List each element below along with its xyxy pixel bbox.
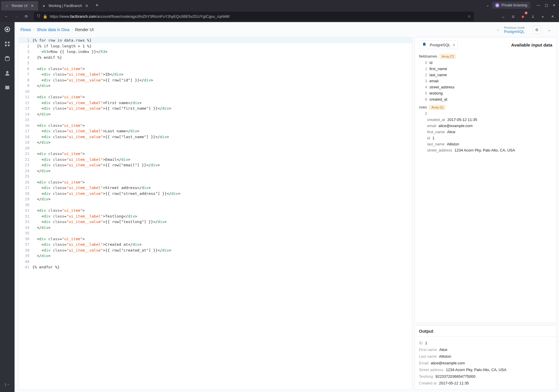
shield-icon[interactable]: ⛉ bbox=[37, 14, 40, 19]
code-line[interactable]: 13 <div class="ui_item__value">{{ row["f… bbox=[19, 106, 412, 111]
code-line[interactable]: 37 <div class="ui_item__label">Created a… bbox=[19, 242, 412, 247]
code-line[interactable]: 38 <div class="ui_item__value">{{ row["c… bbox=[19, 247, 412, 253]
code-line[interactable]: 32 <div class="ui_item__label">Testlong<… bbox=[19, 213, 412, 219]
code-editor[interactable]: 1{% for row in data.rows %}2 {% if loop.… bbox=[19, 37, 412, 390]
lock-icon[interactable]: 🔒 bbox=[43, 14, 47, 19]
tab-close-icon[interactable]: ✕ bbox=[30, 3, 35, 8]
rail-database-icon[interactable] bbox=[3, 54, 12, 63]
previous-node-link[interactable]: Previous node PostgreSQL bbox=[504, 26, 525, 34]
code-line[interactable]: 20 bbox=[19, 145, 412, 151]
code-line[interactable]: 39 </div> bbox=[19, 253, 412, 259]
code-line[interactable]: 25 bbox=[19, 174, 412, 179]
output-value: 2017-05-12 11:35 bbox=[439, 381, 469, 385]
tree-item[interactable]: 6 created_at bbox=[419, 96, 552, 102]
tree-item[interactable]: 0 id bbox=[419, 60, 552, 66]
tree-item[interactable]: last_name Alliston bbox=[419, 141, 552, 147]
code-line[interactable]: 4 {% endif %} bbox=[19, 55, 412, 60]
downloads-icon[interactable]: ⤓ bbox=[529, 12, 537, 20]
code-line[interactable]: 24 </div> bbox=[19, 168, 412, 174]
code-line[interactable]: 8 <div class="ui_item__value">{{ row["id… bbox=[19, 77, 412, 83]
arrow-left-icon[interactable]: ← bbox=[496, 28, 500, 32]
pocket-icon[interactable]: ⌵ bbox=[499, 12, 507, 20]
minimize-icon[interactable]: — bbox=[537, 3, 540, 7]
expand-button[interactable]: ⌄ bbox=[545, 26, 553, 34]
code-line[interactable]: 10 bbox=[19, 89, 412, 95]
back-button[interactable]: ← bbox=[2, 12, 10, 20]
code-line[interactable]: 11 <div class="ui_item"> bbox=[19, 94, 412, 100]
new-tab-button[interactable]: + bbox=[93, 2, 102, 8]
line-content: <div class="ui_item"> bbox=[32, 94, 412, 100]
breadcrumb-parent[interactable]: Show data in Dixa bbox=[37, 27, 70, 32]
browser-tab[interactable]: ○Render UI✕ bbox=[1, 1, 38, 10]
code-line[interactable]: 12 <div class="ui_item__label">First nam… bbox=[19, 100, 412, 106]
tree-item[interactable]: first_name Alice bbox=[419, 129, 552, 135]
code-line[interactable]: 9 </div> bbox=[19, 83, 412, 89]
browser-tab[interactable]: ●Working | FactBranch✕ bbox=[38, 1, 93, 10]
overflow-icon[interactable]: » bbox=[539, 12, 547, 20]
tree-item[interactable]: email alice@example.com bbox=[419, 123, 552, 129]
rail-grid-icon[interactable] bbox=[3, 40, 12, 48]
code-line[interactable]: 26 <div class="ui_item"> bbox=[19, 179, 412, 185]
code-line[interactable]: 7 <div class="ui_item__label">ID</div> bbox=[19, 72, 412, 77]
code-line[interactable]: 17 <div class="ui_item__label">Last name… bbox=[19, 128, 412, 134]
line-content: {% endif %} bbox=[32, 55, 412, 60]
code-line[interactable]: 41{% endfor %} bbox=[19, 264, 412, 270]
code-line[interactable]: 6 <div class="ui_item"> bbox=[19, 66, 412, 72]
input-tree[interactable]: fieldnames Array [7] 0 id1 first_name2 l… bbox=[415, 52, 556, 323]
library-icon[interactable]: ⫼ bbox=[509, 12, 517, 20]
code-line[interactable]: 14 </div> bbox=[19, 111, 412, 117]
code-line[interactable]: 21 <div class="ui_item"> bbox=[19, 151, 412, 157]
tab-close-icon[interactable]: ✕ bbox=[84, 3, 89, 8]
tree-item[interactable]: 5 testlong bbox=[419, 90, 552, 96]
code-line[interactable]: 36 <div class="ui_item"> bbox=[19, 236, 412, 242]
code-line[interactable]: 18 <div class="ui_item__value">{{ row["l… bbox=[19, 134, 412, 140]
rail-user-icon[interactable] bbox=[3, 69, 12, 77]
code-line[interactable]: 29 </div> bbox=[19, 196, 412, 202]
line-content: <div class="ui_item"> bbox=[32, 66, 412, 72]
code-line[interactable]: 3 <h3>Row {{ loop.index }}</h3> bbox=[19, 49, 412, 55]
code-line[interactable]: 28 <div class="ui_item__value">{{ row["s… bbox=[19, 191, 412, 197]
line-content: <div class="ui_item"> bbox=[32, 123, 412, 129]
tree-item[interactable]: created_at 2017-05-12 11:35 bbox=[419, 117, 552, 123]
breadcrumb-flows[interactable]: Flows bbox=[20, 27, 31, 32]
settings-button[interactable]: ⚙ bbox=[533, 26, 541, 34]
forward-button[interactable]: → bbox=[12, 12, 20, 20]
rail-book-icon[interactable] bbox=[3, 83, 12, 92]
tree-item[interactable]: 3 email bbox=[419, 78, 552, 84]
line-content: {% for row in data.rows %} bbox=[32, 38, 412, 43]
tree-item[interactable]: street_address 1234 Acorn Pky, Palo Alto… bbox=[419, 147, 552, 153]
browser-chrome: ○Render UI✕●Working | FactBranch✕ + ⌄ ⬤ … bbox=[0, 0, 559, 22]
bookmark-icon[interactable]: ☆ bbox=[468, 14, 471, 19]
code-line[interactable]: 16 <div class="ui_item"> bbox=[19, 123, 412, 129]
datasource-selector[interactable]: PostgreSQL ⇅ bbox=[419, 40, 458, 49]
code-line[interactable]: 35 bbox=[19, 230, 412, 236]
code-line[interactable]: 22 <div class="ui_item__label">Email</di… bbox=[19, 157, 412, 163]
code-line[interactable]: 2 {% if loop.length > 1 %} bbox=[19, 43, 412, 49]
code-line[interactable]: 15 bbox=[19, 117, 412, 123]
extension-icon[interactable]: ◆3 bbox=[519, 12, 527, 20]
code-line[interactable]: 27 <div class="ui_item__label">Street ad… bbox=[19, 185, 412, 191]
menu-icon[interactable]: ≡ bbox=[549, 12, 557, 20]
line-number: 38 bbox=[19, 247, 32, 253]
tree-item[interactable]: id 1 bbox=[419, 135, 552, 141]
code-line[interactable]: 30 bbox=[19, 202, 412, 208]
tree-item[interactable]: 1 first_name bbox=[419, 66, 552, 72]
close-window-icon[interactable]: ✕ bbox=[553, 3, 556, 7]
code-line[interactable]: 34 </div> bbox=[19, 225, 412, 231]
line-number: 37 bbox=[19, 242, 32, 247]
rail-logo-icon[interactable] bbox=[3, 25, 12, 34]
reload-button[interactable]: ⟳ bbox=[22, 12, 30, 20]
code-line[interactable]: 5 bbox=[19, 60, 412, 66]
code-line[interactable]: 33 <div class="ui_item__value">{{ row["t… bbox=[19, 219, 412, 225]
code-line[interactable]: 40 bbox=[19, 259, 412, 265]
code-line[interactable]: 19 </div> bbox=[19, 140, 412, 145]
tree-item[interactable]: 4 street_address bbox=[419, 84, 552, 90]
url-bar[interactable]: ⛉ 🔒 https://www.factbranch.com/account/f… bbox=[34, 12, 474, 21]
rail-collapse-icon[interactable]: |→ bbox=[3, 380, 12, 389]
tabs-overview-icon[interactable]: ⌄ bbox=[486, 3, 489, 7]
code-line[interactable]: 1{% for row in data.rows %} bbox=[19, 38, 412, 43]
code-line[interactable]: 31 <div class="ui_item"> bbox=[19, 208, 412, 213]
code-line[interactable]: 23 <div class="ui_item__value">{{ row["e… bbox=[19, 162, 412, 168]
maximize-icon[interactable]: ▢ bbox=[545, 3, 548, 7]
tree-item[interactable]: 2 last_name bbox=[419, 72, 552, 78]
